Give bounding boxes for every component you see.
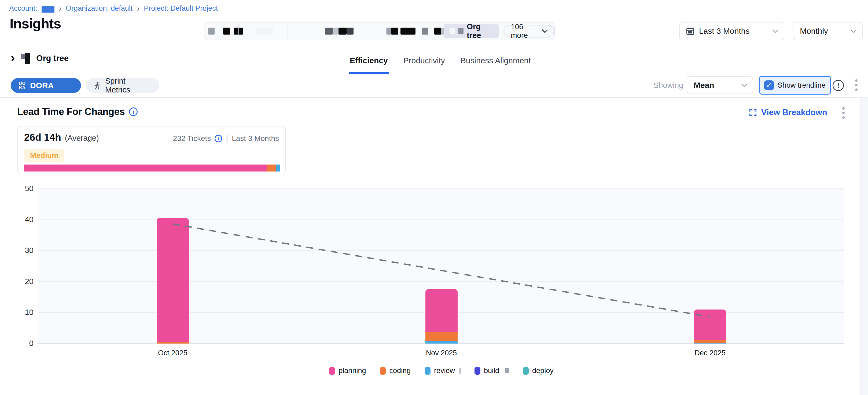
info-icon[interactable]: i: [215, 135, 222, 142]
dora-logo-icon: DO RA: [19, 81, 26, 90]
running-person-icon: [93, 81, 101, 90]
redacted-mark: [460, 368, 461, 373]
filter-group-4[interactable]: [387, 23, 441, 40]
legend-item-deploy[interactable]: deploy: [523, 367, 554, 375]
dora-toggle-button[interactable]: DO RA DORA: [11, 78, 81, 93]
breadcrumb-account-redacted[interactable]: [41, 6, 55, 12]
view-breakdown-button[interactable]: View Breakdown: [749, 108, 827, 118]
legend-item-build[interactable]: build: [474, 367, 509, 375]
tab-productivity[interactable]: Productivity: [402, 49, 446, 74]
redacted-filter-item: [391, 28, 398, 35]
y-axis-tick: 20: [5, 277, 34, 286]
trendline: [38, 189, 844, 343]
filter-chip-org-tree[interactable]: Org tree: [444, 24, 499, 38]
filter-toolbar: Org tree 106 more: [204, 22, 555, 40]
stage-distribution-bar: [24, 165, 280, 171]
breadcrumb-separator-icon: ›: [59, 5, 61, 12]
trendline-label: Show trendline: [778, 81, 826, 90]
summary-qualifier: (Average): [65, 134, 99, 142]
redacted-chip-icon: [458, 28, 464, 34]
redacted-filter-item: [346, 28, 353, 35]
y-axis-tick: 30: [5, 246, 34, 255]
redacted-filter-item: [400, 28, 415, 35]
y-axis-tick: 10: [5, 308, 34, 317]
dora-label: DORA: [30, 81, 54, 90]
redacted-filter-item: [256, 28, 273, 35]
breadcrumb-organization-link[interactable]: Organization: default: [66, 4, 132, 12]
chevron-down-icon: [773, 27, 778, 33]
page-gutter: [860, 98, 868, 395]
more-filters-button[interactable]: 106 more: [503, 25, 554, 37]
divider: [0, 97, 868, 98]
expand-icon: [749, 108, 757, 117]
group-label: Org tree: [36, 54, 69, 63]
expand-chevron-icon[interactable]: ›: [11, 52, 15, 64]
redacted-filter-item: [325, 28, 333, 35]
granularity-value: Monthly: [800, 27, 847, 36]
redacted-filter-item: [223, 28, 230, 35]
filter-chip-label: Org tree: [467, 22, 493, 40]
chevron-down-icon: [851, 27, 857, 33]
divider: [0, 74, 868, 74]
metric-header: Lead Time For Changes i: [17, 106, 137, 118]
alert-info-icon[interactable]: !: [833, 80, 844, 91]
tickets-count: 232 Tickets: [173, 134, 211, 143]
redacted-filter-item: [422, 28, 428, 35]
kebab-menu-icon[interactable]: [855, 79, 858, 91]
filter-group-1[interactable]: [205, 23, 239, 40]
legend-label: build: [484, 367, 499, 375]
legend-swatch: [523, 367, 529, 375]
legend-swatch: [474, 367, 480, 375]
kebab-menu-icon[interactable]: [842, 107, 845, 119]
distribution-segment-review: [276, 165, 280, 171]
info-icon[interactable]: i: [129, 107, 137, 116]
showing-label: Showing: [653, 81, 683, 90]
date-range-value: Last 3 Months: [699, 27, 769, 36]
metric-title: Lead Time For Changes: [17, 106, 125, 118]
distribution-segment-planning: [24, 165, 267, 171]
legend-item-coding[interactable]: coding: [380, 367, 411, 375]
legend-item-planning[interactable]: planning: [329, 367, 366, 375]
legend-label: planning: [339, 367, 366, 375]
tab-business-alignment[interactable]: Business Alignment: [460, 49, 532, 74]
breadcrumb-account-label[interactable]: Account:: [9, 4, 37, 12]
group-header: › Org tree: [11, 53, 69, 64]
aggregation-value: Mean: [694, 81, 737, 90]
sprint-metrics-label: Sprint Metrics: [105, 77, 152, 94]
view-breakdown-label: View Breakdown: [761, 108, 827, 118]
granularity-select[interactable]: Monthly: [793, 22, 863, 40]
breadcrumb-project-link[interactable]: Project: Default Project: [144, 4, 218, 12]
toolbar-divider: [441, 24, 441, 38]
chevron-down-icon: [542, 27, 548, 33]
show-trendline-toggle[interactable]: ✓ Show trendline: [759, 76, 831, 95]
chart-legend: planningcodingreviewbuilddeploy: [38, 367, 844, 375]
legend-label: review: [434, 367, 455, 375]
y-axis-tick: 50: [5, 184, 34, 193]
meta-divider: |: [226, 134, 228, 143]
trendline-checkbox[interactable]: ✓: [764, 80, 774, 90]
x-axis-label: Nov 2025: [409, 349, 474, 357]
legend-swatch: [425, 367, 431, 375]
redacted-chip-icon: [450, 28, 455, 34]
more-filters-label: 106 more: [511, 23, 539, 40]
date-range-select[interactable]: Last 3 Months: [679, 22, 784, 40]
page-title: Insights: [10, 15, 61, 32]
redacted-filter-item: [208, 28, 215, 35]
legend-swatch: [380, 367, 386, 375]
redacted-mark: [505, 368, 509, 373]
y-axis-tick: 0: [5, 339, 34, 348]
aggregation-select[interactable]: Mean: [687, 76, 753, 94]
y-axis-tick: 40: [5, 215, 34, 224]
redacted-filter-item: [339, 28, 346, 35]
x-axis-label: Dec 2025: [678, 349, 742, 357]
breadcrumb: Account: › Organization: default › Proje…: [9, 4, 218, 12]
insights-page: Account: › Organization: default › Proje…: [0, 0, 868, 395]
legend-item-review[interactable]: review: [425, 367, 461, 375]
summary-period: Last 3 Months: [232, 134, 279, 143]
tab-efficiency[interactable]: Efficiency: [349, 49, 389, 74]
redacted-filter-item: [333, 28, 339, 35]
sprint-metrics-toggle-button[interactable]: Sprint Metrics: [86, 78, 159, 93]
legend-swatch: [329, 367, 335, 375]
filter-group-3[interactable]: [288, 23, 386, 40]
filter-group-2[interactable]: [239, 23, 287, 40]
